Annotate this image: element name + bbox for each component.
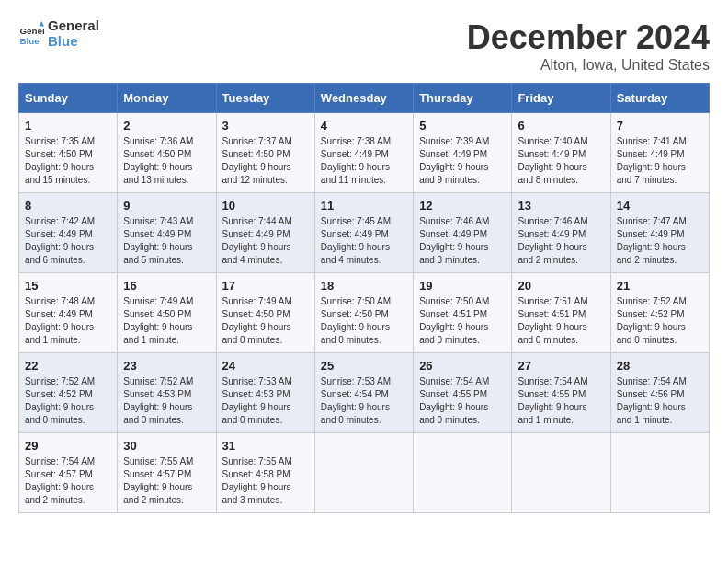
calendar-cell: 30 Sunrise: 7:55 AMSunset: 4:57 PMDaylig… — [118, 433, 216, 513]
calendar-table: SundayMondayTuesdayWednesdayThursdayFrid… — [18, 83, 710, 513]
day-number: 24 — [222, 359, 309, 373]
week-row-1: 1 Sunrise: 7:35 AMSunset: 4:50 PMDayligh… — [19, 113, 710, 193]
calendar-cell: 26 Sunrise: 7:54 AMSunset: 4:55 PMDaylig… — [414, 353, 512, 433]
month-title: December 2024 — [467, 18, 710, 57]
calendar-cell: 22 Sunrise: 7:52 AMSunset: 4:52 PMDaylig… — [19, 353, 118, 433]
calendar-cell: 19 Sunrise: 7:50 AMSunset: 4:51 PMDaylig… — [414, 273, 512, 353]
week-row-3: 15 Sunrise: 7:48 AMSunset: 4:49 PMDaylig… — [19, 273, 710, 353]
calendar-cell: 11 Sunrise: 7:45 AMSunset: 4:49 PMDaylig… — [314, 193, 413, 273]
day-number: 10 — [222, 199, 309, 213]
calendar-cell: 10 Sunrise: 7:44 AMSunset: 4:49 PMDaylig… — [216, 193, 314, 273]
day-info: Sunrise: 7:52 AMSunset: 4:53 PMDaylight:… — [123, 375, 210, 427]
header-tuesday: Tuesday — [216, 84, 314, 113]
day-number: 15 — [25, 279, 111, 293]
header-monday: Monday — [118, 84, 216, 113]
day-info: Sunrise: 7:54 AMSunset: 4:55 PMDaylight:… — [419, 375, 506, 427]
calendar-cell: 18 Sunrise: 7:50 AMSunset: 4:50 PMDaylig… — [314, 273, 413, 353]
day-info: Sunrise: 7:48 AMSunset: 4:49 PMDaylight:… — [25, 295, 111, 347]
week-row-5: 29 Sunrise: 7:54 AMSunset: 4:57 PMDaylig… — [19, 433, 710, 513]
calendar-cell: 25 Sunrise: 7:53 AMSunset: 4:54 PMDaylig… — [314, 353, 413, 433]
day-number: 17 — [222, 279, 309, 293]
day-info: Sunrise: 7:52 AMSunset: 4:52 PMDaylight:… — [617, 295, 703, 347]
day-number: 19 — [419, 279, 506, 293]
week-row-4: 22 Sunrise: 7:52 AMSunset: 4:52 PMDaylig… — [19, 353, 710, 433]
svg-marker-2 — [39, 21, 44, 27]
day-info: Sunrise: 7:50 AMSunset: 4:50 PMDaylight:… — [321, 295, 407, 347]
svg-text:Blue: Blue — [19, 35, 40, 45]
day-info: Sunrise: 7:44 AMSunset: 4:49 PMDaylight:… — [222, 215, 309, 267]
day-info: Sunrise: 7:52 AMSunset: 4:52 PMDaylight:… — [25, 375, 111, 427]
header-sunday: Sunday — [19, 84, 118, 113]
day-number: 4 — [321, 119, 407, 132]
calendar-cell: 4 Sunrise: 7:38 AMSunset: 4:49 PMDayligh… — [314, 113, 413, 193]
day-number: 2 — [123, 119, 210, 132]
calendar-cell: 23 Sunrise: 7:52 AMSunset: 4:53 PMDaylig… — [118, 353, 216, 433]
day-number: 25 — [321, 359, 407, 373]
calendar-cell — [314, 433, 413, 513]
calendar-cell: 2 Sunrise: 7:36 AMSunset: 4:50 PMDayligh… — [118, 113, 216, 193]
day-number: 13 — [518, 199, 604, 213]
page-header: General Blue General Blue December 2024 … — [18, 18, 710, 74]
calendar-cell: 20 Sunrise: 7:51 AMSunset: 4:51 PMDaylig… — [512, 273, 610, 353]
calendar-cell: 7 Sunrise: 7:41 AMSunset: 4:49 PMDayligh… — [610, 113, 709, 193]
day-number: 3 — [222, 119, 309, 132]
logo-line2: Blue — [48, 34, 99, 50]
day-number: 16 — [123, 279, 210, 293]
svg-text:General: General — [19, 26, 44, 36]
calendar-cell: 3 Sunrise: 7:37 AMSunset: 4:50 PMDayligh… — [216, 113, 314, 193]
week-row-2: 8 Sunrise: 7:42 AMSunset: 4:49 PMDayligh… — [19, 193, 710, 273]
day-info: Sunrise: 7:42 AMSunset: 4:49 PMDaylight:… — [25, 215, 111, 267]
day-number: 26 — [419, 359, 506, 373]
day-info: Sunrise: 7:39 AMSunset: 4:49 PMDaylight:… — [419, 135, 506, 187]
day-number: 29 — [25, 439, 111, 453]
logo-line1: General — [48, 18, 99, 34]
calendar-cell: 24 Sunrise: 7:53 AMSunset: 4:53 PMDaylig… — [216, 353, 314, 433]
calendar-cell: 31 Sunrise: 7:55 AMSunset: 4:58 PMDaylig… — [216, 433, 314, 513]
calendar-cell: 5 Sunrise: 7:39 AMSunset: 4:49 PMDayligh… — [414, 113, 512, 193]
day-info: Sunrise: 7:51 AMSunset: 4:51 PMDaylight:… — [518, 295, 604, 347]
calendar-cell: 15 Sunrise: 7:48 AMSunset: 4:49 PMDaylig… — [19, 273, 118, 353]
day-number: 5 — [419, 119, 506, 132]
calendar-cell: 9 Sunrise: 7:43 AMSunset: 4:49 PMDayligh… — [118, 193, 216, 273]
calendar-cell: 12 Sunrise: 7:46 AMSunset: 4:49 PMDaylig… — [414, 193, 512, 273]
day-info: Sunrise: 7:54 AMSunset: 4:55 PMDaylight:… — [518, 375, 604, 427]
calendar-cell: 17 Sunrise: 7:49 AMSunset: 4:50 PMDaylig… — [216, 273, 314, 353]
day-info: Sunrise: 7:46 AMSunset: 4:49 PMDaylight:… — [518, 215, 604, 267]
day-info: Sunrise: 7:50 AMSunset: 4:51 PMDaylight:… — [419, 295, 506, 347]
day-number: 23 — [123, 359, 210, 373]
calendar-cell: 16 Sunrise: 7:49 AMSunset: 4:50 PMDaylig… — [118, 273, 216, 353]
day-info: Sunrise: 7:55 AMSunset: 4:57 PMDaylight:… — [123, 455, 210, 507]
day-info: Sunrise: 7:54 AMSunset: 4:57 PMDaylight:… — [25, 455, 111, 507]
header-saturday: Saturday — [610, 84, 709, 113]
day-info: Sunrise: 7:49 AMSunset: 4:50 PMDaylight:… — [123, 295, 210, 347]
title-area: December 2024 Alton, Iowa, United States — [467, 18, 710, 74]
day-info: Sunrise: 7:46 AMSunset: 4:49 PMDaylight:… — [419, 215, 506, 267]
header-wednesday: Wednesday — [314, 84, 413, 113]
calendar-cell: 28 Sunrise: 7:54 AMSunset: 4:56 PMDaylig… — [610, 353, 709, 433]
calendar-cell: 6 Sunrise: 7:40 AMSunset: 4:49 PMDayligh… — [512, 113, 610, 193]
day-info: Sunrise: 7:40 AMSunset: 4:49 PMDaylight:… — [518, 135, 604, 187]
day-number: 1 — [25, 119, 111, 132]
day-info: Sunrise: 7:55 AMSunset: 4:58 PMDaylight:… — [222, 455, 309, 507]
day-info: Sunrise: 7:41 AMSunset: 4:49 PMDaylight:… — [617, 135, 703, 187]
calendar-cell: 21 Sunrise: 7:52 AMSunset: 4:52 PMDaylig… — [610, 273, 709, 353]
location-title: Alton, Iowa, United States — [467, 57, 710, 74]
calendar-cell — [414, 433, 512, 513]
logo: General Blue General Blue — [18, 18, 99, 49]
day-number: 7 — [617, 119, 703, 132]
calendar-cell — [512, 433, 610, 513]
day-info: Sunrise: 7:47 AMSunset: 4:49 PMDaylight:… — [617, 215, 703, 267]
day-number: 30 — [123, 439, 210, 453]
day-number: 28 — [617, 359, 703, 373]
day-info: Sunrise: 7:35 AMSunset: 4:50 PMDaylight:… — [25, 135, 111, 187]
calendar-cell: 14 Sunrise: 7:47 AMSunset: 4:49 PMDaylig… — [610, 193, 709, 273]
day-info: Sunrise: 7:53 AMSunset: 4:53 PMDaylight:… — [222, 375, 309, 427]
calendar-header-row: SundayMondayTuesdayWednesdayThursdayFrid… — [19, 84, 710, 113]
day-info: Sunrise: 7:54 AMSunset: 4:56 PMDaylight:… — [617, 375, 703, 427]
calendar-cell: 29 Sunrise: 7:54 AMSunset: 4:57 PMDaylig… — [19, 433, 118, 513]
day-info: Sunrise: 7:49 AMSunset: 4:50 PMDaylight:… — [222, 295, 309, 347]
day-info: Sunrise: 7:53 AMSunset: 4:54 PMDaylight:… — [321, 375, 407, 427]
day-number: 21 — [617, 279, 703, 293]
day-number: 20 — [518, 279, 604, 293]
calendar-cell — [610, 433, 709, 513]
